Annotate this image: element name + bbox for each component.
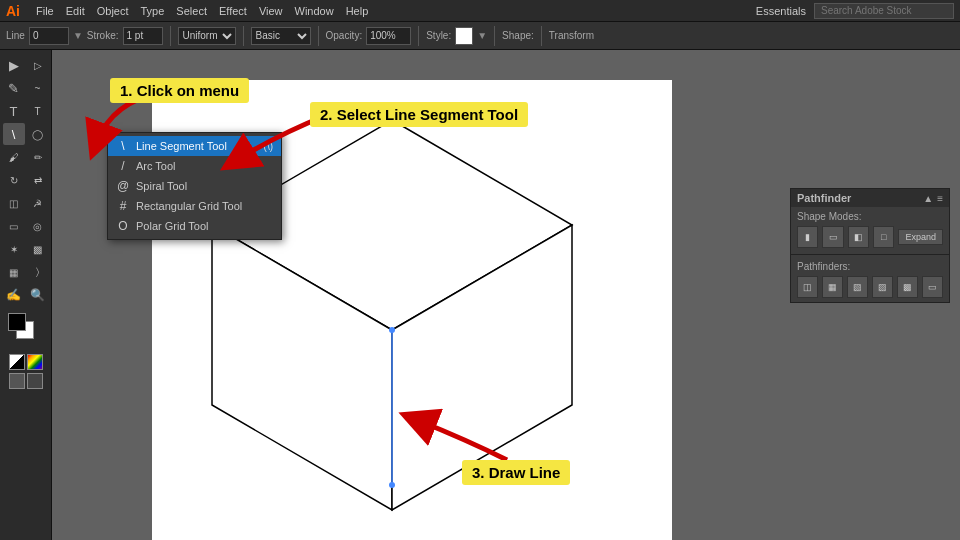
pathfinder-title: Pathfinder [797, 192, 851, 204]
transform-tools: ▭ ◎ [3, 215, 49, 237]
menu-help[interactable]: Help [346, 5, 369, 17]
view-mode-row [9, 373, 43, 389]
svg-point-5 [389, 327, 395, 333]
svg-point-4 [389, 482, 395, 488]
menu-type[interactable]: Type [141, 5, 165, 17]
uniform-select[interactable]: Uniform [178, 27, 236, 45]
minus-front-btn[interactable]: ▭ [822, 226, 843, 248]
direct-select-tool[interactable]: ▷ [27, 54, 49, 76]
callout-step2: 2. Select Line Segment Tool [310, 102, 528, 127]
basic-select[interactable]: Basic [251, 27, 311, 45]
line-tools: \ ◯ [3, 123, 49, 145]
outline-btn[interactable]: ▩ [897, 276, 918, 298]
transform-label: Transform [549, 30, 594, 41]
symbol-sprayer-tool[interactable]: ✶ [3, 238, 25, 260]
menu-select[interactable]: Select [176, 5, 207, 17]
app-logo: Ai [6, 3, 20, 19]
reflect-tool[interactable]: ⇄ [27, 169, 49, 191]
dropdown-item-polar-grid[interactable]: O Polar Grid Tool [108, 216, 281, 236]
minus-back-btn[interactable]: ▭ [922, 276, 943, 298]
stroke-input[interactable] [123, 27, 163, 45]
screen-mode-btn[interactable] [9, 373, 25, 389]
opacity-label: Opacity: [326, 30, 363, 41]
toolbar-strip: Line ▼ Stroke: Uniform Basic Opacity: St… [0, 22, 960, 50]
callout-step1: 1. Click on menu [110, 78, 249, 103]
column-graph-tool[interactable]: ▩ [27, 238, 49, 260]
draw-inside-btn[interactable] [27, 373, 43, 389]
menu-effect[interactable]: Effect [219, 5, 247, 17]
zoom-tool[interactable]: 🔍 [27, 284, 49, 306]
none-swatch[interactable] [9, 354, 25, 370]
dropdown-item-rect-grid[interactable]: # Rectangular Grid Tool [108, 196, 281, 216]
menu-view[interactable]: View [259, 5, 283, 17]
separator-3 [318, 26, 319, 46]
style-label: Style: [426, 30, 451, 41]
exclude-btn[interactable]: □ [873, 226, 894, 248]
separator-1 [170, 26, 171, 46]
canvas-area[interactable]: \ Line Segment Tool (\) / Arc Tool @ Spi… [52, 50, 960, 540]
intersect-btn[interactable]: ◧ [848, 226, 869, 248]
opacity-input[interactable] [366, 27, 411, 45]
type-tool[interactable]: T [3, 100, 25, 122]
spiral-icon: @ [116, 179, 130, 193]
style-swatch[interactable] [455, 27, 473, 45]
puppet-warp-tool[interactable]: ◎ [27, 215, 49, 237]
art-tools: ▦ 〉 [3, 261, 49, 283]
type-tools: T T [3, 100, 49, 122]
select-tools: ▶ ▷ [3, 54, 49, 76]
pen-tool[interactable]: ✎ [3, 77, 25, 99]
pathfinder-collapse-btn[interactable]: ▲ [923, 193, 933, 204]
unite-btn[interactable]: ▮ [797, 226, 818, 248]
shape-modes-label: Shape Modes: [791, 207, 949, 224]
curvature-tool[interactable]: ~ [27, 77, 49, 99]
pathfinders-row: ◫ ▦ ▧ ▨ ▩ ▭ [791, 274, 949, 302]
merge-btn[interactable]: ▧ [847, 276, 868, 298]
pathfinder-menu-btn[interactable]: ≡ [937, 193, 943, 204]
free-transform-tool[interactable]: ▭ [3, 215, 25, 237]
color-mode-row [9, 354, 43, 370]
workspace-label[interactable]: Essentials [756, 5, 806, 17]
separator-4 [418, 26, 419, 46]
shape-tool[interactable]: ◯ [27, 123, 49, 145]
search-input[interactable] [814, 3, 954, 19]
warp-tool[interactable]: ☭ [27, 192, 49, 214]
scale-tool[interactable]: ◫ [3, 192, 25, 214]
line-segment-tool[interactable]: \ [3, 123, 25, 145]
symbol-tools: ✶ ▩ [3, 238, 49, 260]
pathfinder-header-buttons: ▲ ≡ [923, 193, 943, 204]
left-sidebar: ▶ ▷ ✎ ~ T T \ ◯ 🖌 ✏ ↻ ⇄ ◫ ☭ ▭ ◎ [0, 50, 52, 540]
line-label: Line [6, 30, 25, 41]
slice-tool[interactable]: 〉 [27, 261, 49, 283]
menu-file[interactable]: File [36, 5, 54, 17]
paintbrush-tool[interactable]: 🖌 [3, 146, 25, 168]
crop-btn[interactable]: ▨ [872, 276, 893, 298]
menu-bar: Ai File Edit Object Type Select Effect V… [0, 0, 960, 22]
pencil-tool[interactable]: ✏ [27, 146, 49, 168]
artboard-tool[interactable]: ▦ [3, 261, 25, 283]
spiral-label: Spiral Tool [136, 180, 187, 192]
separator-5 [494, 26, 495, 46]
hand-tool[interactable]: ✍ [3, 284, 25, 306]
shape-modes-row: ▮ ▭ ◧ □ Expand [791, 224, 949, 252]
line-value-input[interactable] [29, 27, 69, 45]
panel-divider [791, 254, 949, 255]
main-area: ▶ ▷ ✎ ~ T T \ ◯ 🖌 ✏ ↻ ⇄ ◫ ☭ ▭ ◎ [0, 50, 960, 540]
expand-button[interactable]: Expand [898, 229, 943, 245]
pathfinders-label: Pathfinders: [791, 257, 949, 274]
divide-btn[interactable]: ◫ [797, 276, 818, 298]
separator-2 [243, 26, 244, 46]
rotate-tools: ↻ ⇄ [3, 169, 49, 191]
callout-step3: 3. Draw Line [462, 460, 570, 485]
menu-object[interactable]: Object [97, 5, 129, 17]
touch-type-tool[interactable]: T [27, 100, 49, 122]
rotate-tool[interactable]: ↻ [3, 169, 25, 191]
gradient-swatch[interactable] [27, 354, 43, 370]
menu-edit[interactable]: Edit [66, 5, 85, 17]
menu-window[interactable]: Window [295, 5, 334, 17]
selection-tool[interactable]: ▶ [3, 54, 25, 76]
trim-btn[interactable]: ▦ [822, 276, 843, 298]
menu-right: Essentials [756, 3, 954, 19]
pathfinder-header: Pathfinder ▲ ≡ [791, 189, 949, 207]
rect-grid-label: Rectangular Grid Tool [136, 200, 242, 212]
foreground-color-box[interactable] [8, 313, 26, 331]
